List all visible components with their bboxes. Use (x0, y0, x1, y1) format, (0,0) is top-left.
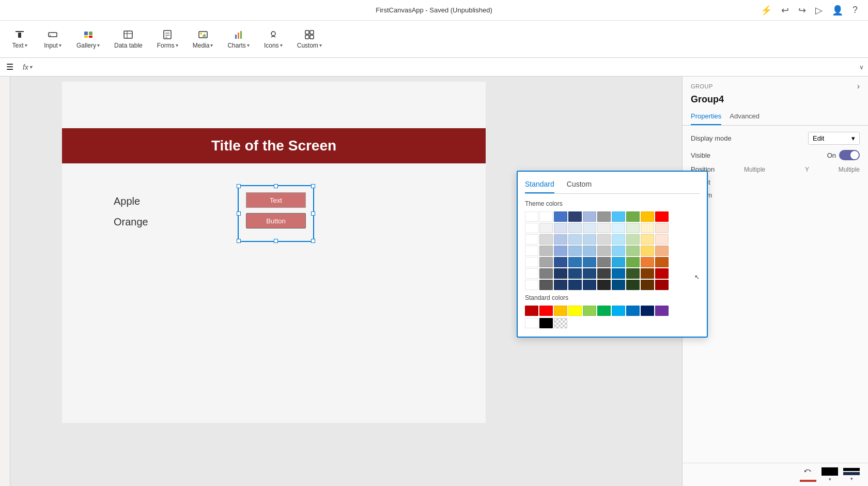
standard-color-swatch[interactable] (597, 306, 611, 316)
ribbon-icons[interactable]: Icons ▾ (258, 26, 289, 52)
handle-bm[interactable] (274, 239, 278, 243)
theme-color-swatch[interactable] (597, 257, 611, 267)
theme-color-swatch[interactable] (612, 211, 625, 222)
handle-tl[interactable] (237, 184, 241, 188)
theme-color-swatch[interactable] (626, 211, 640, 222)
theme-color-swatch[interactable] (641, 223, 654, 233)
title-banner[interactable]: Title of the Screen (62, 128, 486, 163)
theme-color-swatch[interactable] (641, 268, 654, 279)
theme-color-swatch[interactable] (655, 280, 669, 290)
standard-color-swatch[interactable] (568, 306, 582, 316)
theme-color-swatch[interactable] (525, 257, 538, 267)
theme-color-swatch[interactable] (583, 257, 596, 267)
help-icon[interactable]: ? (853, 5, 858, 16)
standard-color-swatch[interactable] (626, 306, 640, 316)
theme-color-swatch[interactable] (539, 211, 553, 222)
theme-color-swatch[interactable] (583, 280, 596, 290)
ribbon-charts[interactable]: Charts ▾ (221, 26, 255, 52)
theme-color-swatch[interactable] (612, 257, 625, 267)
extra-color-swatch[interactable] (554, 318, 567, 328)
group-box[interactable]: Text Button (238, 185, 314, 242)
theme-color-swatch[interactable] (554, 234, 567, 245)
theme-color-swatch[interactable] (525, 234, 538, 245)
ribbon-input[interactable]: Input ▾ (37, 26, 68, 52)
cp-tab-custom[interactable]: Custom (567, 178, 592, 193)
theme-color-swatch[interactable] (554, 211, 567, 222)
theme-color-swatch[interactable] (568, 257, 582, 267)
theme-color-swatch[interactable] (583, 268, 596, 279)
color-dropdown-icon[interactable]: ▾ (829, 477, 831, 482)
theme-color-swatch[interactable] (655, 211, 669, 222)
theme-color-swatch[interactable] (568, 234, 582, 245)
theme-color-swatch[interactable] (655, 234, 669, 245)
handle-tr[interactable] (311, 184, 315, 188)
theme-color-swatch[interactable] (539, 223, 553, 233)
theme-color-swatch[interactable] (641, 246, 654, 256)
connectivity-icon[interactable]: ⚡ (761, 5, 772, 16)
play-icon[interactable]: ▷ (815, 5, 823, 16)
redo-icon[interactable]: ↪ (798, 5, 806, 16)
theme-color-swatch[interactable] (597, 223, 611, 233)
hamburger-menu[interactable]: ☰ (4, 60, 16, 74)
handle-bl[interactable] (237, 239, 241, 243)
theme-color-swatch[interactable] (655, 223, 669, 233)
ribbon-text[interactable]: Text ▾ (4, 26, 35, 52)
formula-expand-icon[interactable]: ∨ (859, 64, 864, 71)
theme-color-swatch[interactable] (583, 211, 596, 222)
theme-color-swatch[interactable] (525, 223, 538, 233)
theme-color-swatch[interactable] (626, 268, 640, 279)
extra-color-swatch[interactable] (525, 318, 538, 328)
theme-color-swatch[interactable] (539, 246, 553, 256)
theme-color-swatch[interactable] (597, 246, 611, 256)
standard-color-swatch[interactable] (554, 306, 567, 316)
theme-color-swatch[interactable] (641, 257, 654, 267)
theme-color-swatch[interactable] (612, 223, 625, 233)
theme-color-swatch[interactable] (554, 268, 567, 279)
rotate-icon[interactable] (803, 467, 813, 478)
button-control[interactable]: Button (246, 213, 306, 229)
theme-color-swatch[interactable] (597, 280, 611, 290)
theme-color-swatch[interactable] (612, 268, 625, 279)
handle-tm[interactable] (274, 184, 278, 188)
theme-color-swatch[interactable] (626, 246, 640, 256)
theme-color-swatch[interactable] (655, 246, 669, 256)
theme-color-swatch[interactable] (612, 280, 625, 290)
visible-toggle[interactable] (839, 150, 860, 160)
theme-color-swatch[interactable] (597, 211, 611, 222)
theme-color-swatch[interactable] (554, 280, 567, 290)
theme-color-swatch[interactable] (539, 268, 553, 279)
theme-color-swatch[interactable] (583, 223, 596, 233)
theme-color-swatch[interactable] (525, 246, 538, 256)
ribbon-datatable[interactable]: Data table (108, 26, 149, 52)
theme-color-swatch[interactable] (568, 268, 582, 279)
extra-color-swatch[interactable] (539, 318, 553, 328)
theme-color-swatch[interactable] (539, 280, 553, 290)
theme-color-swatch[interactable] (612, 234, 625, 245)
fx-button[interactable]: fx ▾ (20, 62, 35, 72)
theme-color-swatch[interactable] (554, 223, 567, 233)
theme-color-swatch[interactable] (568, 223, 582, 233)
theme-color-swatch[interactable] (641, 234, 654, 245)
displaymode-select[interactable]: Edit ▾ (808, 132, 860, 145)
theme-color-swatch[interactable] (554, 246, 567, 256)
theme-color-swatch[interactable] (655, 268, 669, 279)
cp-tab-standard[interactable]: Standard (525, 178, 554, 193)
undo-icon[interactable]: ↩ (781, 5, 789, 16)
formula-input[interactable] (39, 60, 855, 74)
standard-color-swatch[interactable] (612, 306, 625, 316)
theme-color-swatch[interactable] (539, 257, 553, 267)
theme-color-swatch[interactable] (655, 257, 669, 267)
theme-color-swatch[interactable] (626, 234, 640, 245)
ribbon-custom[interactable]: Custom ▾ (291, 26, 328, 52)
line-style-dropdown[interactable]: ▾ (850, 476, 853, 481)
theme-color-swatch[interactable] (525, 280, 538, 290)
theme-color-swatch[interactable] (539, 234, 553, 245)
theme-color-swatch[interactable] (641, 211, 654, 222)
tab-advanced[interactable]: Advanced (730, 109, 760, 125)
handle-mr[interactable] (311, 211, 315, 216)
tab-properties[interactable]: Properties (691, 109, 721, 125)
standard-color-swatch[interactable] (583, 306, 596, 316)
canvas-content[interactable]: Title of the Screen Apple Orange (62, 82, 486, 423)
theme-color-swatch[interactable] (641, 280, 654, 290)
theme-color-swatch[interactable] (568, 246, 582, 256)
